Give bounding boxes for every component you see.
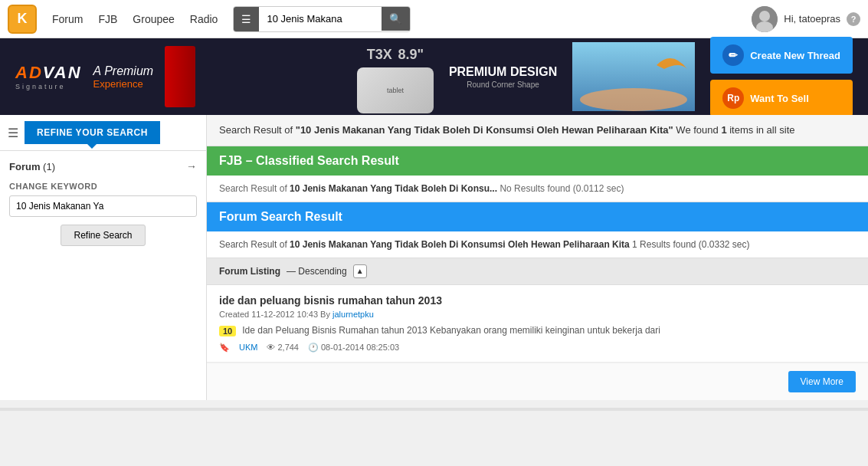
footer-line	[0, 408, 868, 411]
brand-stripe	[165, 46, 195, 107]
forum-section-header: Forum Search Result	[207, 202, 868, 231]
help-icon[interactable]: ?	[847, 12, 860, 26]
forum-filter-arrow[interactable]: →	[186, 160, 197, 172]
banner-cta: ✏ Create New Thread Rp Want To Sell	[710, 37, 853, 116]
view-more-bar: View More	[207, 363, 868, 400]
product-image: tablet	[357, 67, 434, 113]
site-logo[interactable]: K	[8, 5, 37, 34]
nav-forum[interactable]: Forum	[52, 13, 83, 25]
nav-groupee[interactable]: Groupee	[133, 13, 174, 25]
forum-filter: Forum (1) →	[9, 160, 197, 172]
sidebar-body: Forum (1) → CHANGE KEYWORD Refine Search	[0, 151, 206, 255]
banner-premium: PREMIUM DESIGN Round Corner Shape	[449, 65, 557, 89]
svg-point-4	[580, 88, 687, 111]
forum-body: Search Result of 10 Jenis Makanan Yang T…	[207, 231, 868, 258]
banner-product: T3X 8.9" tablet	[357, 40, 434, 113]
view-count: 👁 2,744	[267, 343, 299, 352]
thread-tags: 🔖 UKM 👁 2,744 🕐 08-01-2014 08:25:03	[219, 343, 856, 353]
rp-icon: Rp	[722, 87, 744, 109]
date-info: 🕐 08-01-2014 08:25:03	[308, 343, 399, 353]
header-right: Hi, tatoepras ?	[752, 6, 860, 32]
search-bar: ☰ 🔍	[233, 6, 411, 32]
main-nav: Forum FJB Groupee Radio	[52, 13, 218, 25]
search-button[interactable]: 🔍	[382, 7, 410, 31]
content-area: Search Result of "10 Jenis Makanan Yang …	[207, 115, 868, 400]
banner-left: ADVAN Signature A Premium Experience	[15, 46, 342, 107]
thread-author-link[interactable]: jalurnetpku	[332, 310, 374, 319]
keyword-input[interactable]	[9, 195, 197, 217]
change-keyword-label: CHANGE KEYWORD	[9, 182, 197, 191]
pencil-icon: ✏	[722, 44, 744, 66]
search-input[interactable]	[259, 8, 382, 29]
sidebar: ☰ REFINE YOUR SEARCH Forum (1) → CHANGE …	[0, 115, 207, 400]
refine-your-search-button[interactable]: REFINE YOUR SEARCH	[25, 121, 160, 144]
want-to-sell-button[interactable]: Rp Want To Sell	[710, 80, 853, 116]
brand-logo: ADVAN Signature	[15, 63, 82, 90]
fjb-body: Search Result of 10 Jenis Makanan Yang T…	[207, 176, 868, 202]
thread-excerpt: 10 Ide dan Peluang Bisnis Rumahan tahun …	[219, 325, 856, 336]
thread-title: ide dan peluang bisnis rumahan tahun 201…	[219, 294, 856, 307]
nav-fjb[interactable]: FJB	[98, 13, 117, 25]
avatar	[752, 6, 778, 32]
header: K Forum FJB Groupee Radio ☰ 🔍 Hi, tatoep…	[0, 0, 868, 38]
create-thread-button[interactable]: ✏ Create New Thread	[710, 37, 853, 74]
fjb-section-header: FJB – Classified Search Result	[207, 146, 868, 176]
banner-image	[572, 42, 695, 111]
sidebar-header: ☰ REFINE YOUR SEARCH	[0, 115, 206, 151]
sidebar-hamburger[interactable]: ☰	[8, 126, 18, 140]
banner-tagline: A Premium Experience	[93, 64, 154, 90]
forum-filter-label: Forum (1)	[9, 161, 55, 172]
forum-listing-header: Forum Listing — Descending ▲	[207, 258, 868, 285]
view-more-button[interactable]: View More	[788, 371, 856, 392]
main-container: ☰ REFINE YOUR SEARCH Forum (1) → CHANGE …	[0, 115, 868, 400]
thread-meta: Created 11-12-2012 10:43 By jalurnetpku	[219, 310, 856, 319]
thread-excerpt-text: Ide dan Peluang Bisnis Rumahan tahun 201…	[242, 325, 660, 336]
svg-point-1	[759, 11, 770, 21]
thread-tag-link[interactable]: UKM	[239, 343, 257, 352]
refine-search-button[interactable]: Refine Search	[61, 225, 145, 246]
thread-item: ide dan peluang bisnis rumahan tahun 201…	[207, 285, 868, 363]
nav-radio[interactable]: Radio	[190, 13, 218, 25]
number-badge: 10	[219, 326, 236, 336]
refine-btn-wrapper: REFINE YOUR SEARCH	[25, 121, 160, 144]
banner: ADVAN Signature A Premium Experience T3X…	[0, 38, 868, 115]
sort-icon[interactable]: ▲	[353, 264, 367, 278]
user-greeting: Hi, tatoepras	[784, 13, 840, 25]
hamburger-button[interactable]: ☰	[234, 7, 259, 31]
search-result-bar: Search Result of "10 Jenis Makanan Yang …	[207, 115, 868, 146]
